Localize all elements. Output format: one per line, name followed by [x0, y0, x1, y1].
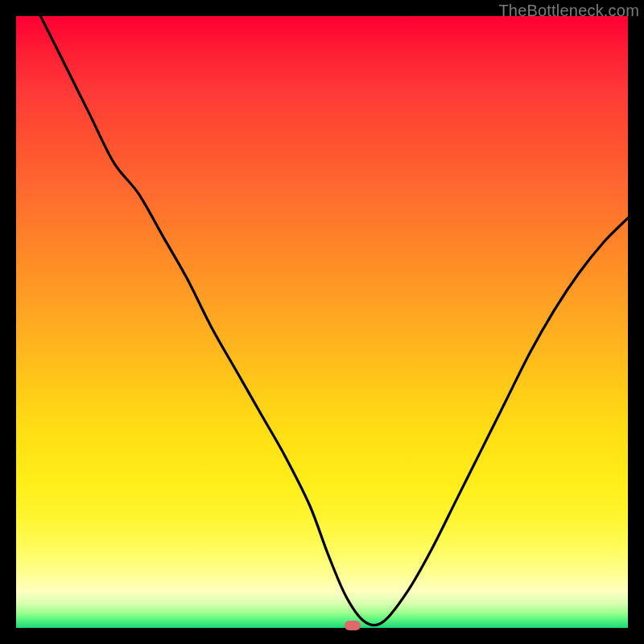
watermark-text: TheBottleneck.com — [498, 2, 639, 20]
chart-container: TheBottleneck.com — [0, 0, 644, 644]
optimal-point-marker — [345, 621, 361, 630]
plot-area — [16, 16, 628, 628]
bottleneck-curve — [16, 16, 628, 628]
